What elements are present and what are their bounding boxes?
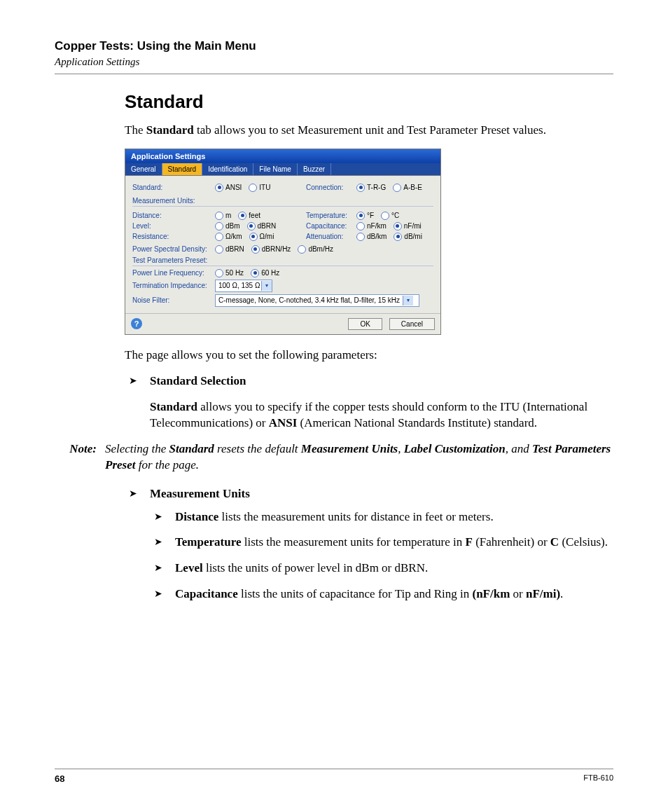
chapter-subtitle: Application Settings (55, 56, 613, 68)
radio-abe[interactable]: A-B-E (393, 184, 422, 192)
radio-label: Ω/km (225, 233, 242, 240)
label-noise-filter: Noise Filter: (132, 296, 215, 304)
radio-label: T-R-G (367, 184, 386, 191)
label-resistance: Resistance: (132, 233, 215, 240)
label-power-line-freq: Power Line Frequency: (132, 269, 215, 277)
list-item-measurement-units: Measurement Units Distance lists the mea… (125, 486, 613, 603)
radio-nfkm[interactable]: nF/km (356, 222, 387, 230)
legend-test-params-preset: Test Parameters Preset: (132, 256, 433, 264)
radio-label: °C (391, 212, 399, 219)
section-title: Standard (125, 91, 613, 113)
note-label: Note: (55, 441, 97, 474)
radio-psd-dbrn[interactable]: dBRN (215, 245, 244, 254)
tab-identification[interactable]: Identification (202, 163, 253, 175)
radio-50hz[interactable]: 50 Hz (215, 269, 244, 277)
footer-rule (55, 769, 613, 769)
label-standard: Standard: (132, 184, 215, 191)
ok-button[interactable]: OK (348, 318, 382, 330)
radio-60hz[interactable]: 60 Hz (251, 269, 279, 277)
label-attenuation: Attenuation: (306, 233, 356, 240)
radio-feet[interactable]: feet (238, 212, 260, 220)
header-rule (55, 74, 613, 74)
radio-label: nF/km (367, 222, 387, 230)
label-termination-impedance: Termination Impedance: (132, 282, 215, 289)
radio-label: nF/mi (404, 222, 422, 230)
radio-label: 60 Hz (261, 269, 279, 277)
radio-label: dBm/Hz (308, 245, 333, 253)
radio-label: m (225, 212, 231, 219)
radio-trg[interactable]: T-R-G (356, 184, 386, 192)
radio-dbrn[interactable]: dBRN (247, 222, 277, 230)
chapter-title: Copper Tests: Using the Main Menu (55, 39, 613, 53)
cancel-button[interactable]: Cancel (389, 318, 435, 330)
radio-ohm-km[interactable]: Ω/km (215, 233, 242, 241)
text-bold: Standard (150, 400, 197, 413)
radio-psd-dbrnhz[interactable]: dBRN/Hz (251, 245, 291, 254)
label-level: Level: (132, 222, 215, 230)
radio-ohm-mi[interactable]: Ω/mi (249, 233, 274, 241)
radio-label: A-B-E (403, 184, 422, 191)
radio-dbkm[interactable]: dB/km (356, 233, 387, 241)
help-icon[interactable]: ? (131, 318, 142, 329)
text: The (125, 123, 146, 137)
radio-dbmi[interactable]: dB/mi (394, 233, 422, 241)
chevron-down-icon: ▾ (403, 296, 413, 305)
radio-nfmi[interactable]: nF/mi (394, 222, 422, 230)
text-bold: Standard (146, 123, 194, 137)
note-block: Note: Selecting the Standard resets the … (55, 441, 613, 474)
list-item-standard-selection: Standard Selection Standard allows you t… (125, 373, 613, 432)
select-value: C-message, None, C-notched, 3.4 kHz flat… (216, 296, 403, 304)
radio-label: ITU (259, 184, 270, 191)
sub-item-capacitance: Capacitance lists the units of capacitan… (150, 586, 613, 603)
radio-psd-dbmhz[interactable]: dBm/Hz (298, 245, 333, 254)
legend-measurement-units: Measurement Units: (132, 197, 433, 205)
window-titlebar: Application Settings (125, 149, 440, 163)
radio-label: °F (367, 212, 374, 219)
radio-label: ANSI (225, 184, 242, 191)
tab-bar: General Standard Identification File Nam… (125, 163, 440, 176)
label-psd: Power Spectral Density: (132, 245, 215, 253)
radio-dbm[interactable]: dBm (215, 222, 240, 230)
radio-label: dBRN/Hz (262, 245, 291, 253)
chevron-down-icon: ▾ (261, 281, 272, 291)
label-distance: Distance: (132, 212, 215, 219)
intro-paragraph: The Standard tab allows you to set Measu… (125, 123, 613, 139)
tab-general[interactable]: General (125, 163, 162, 175)
label-temperature: Temperature: (306, 212, 356, 219)
radio-label: dB/mi (404, 233, 422, 240)
radio-label: dBm (225, 222, 240, 230)
select-noise-filter[interactable]: C-message, None, C-notched, 3.4 kHz flat… (215, 294, 419, 307)
note-body: Selecting the Standard resets the defaul… (105, 441, 613, 474)
text: tab allows you to set Measurement unit a… (194, 123, 546, 137)
text: (American National Standards Institute) … (297, 416, 537, 429)
radio-label: dBRN (258, 222, 277, 230)
page-footer: 68 FTB-610 (55, 769, 613, 784)
text-bold: ANSI (269, 416, 298, 429)
label-capacitance: Capacitance: (306, 222, 356, 230)
tab-standard[interactable]: Standard (162, 163, 203, 175)
radio-label: Ω/mi (260, 233, 274, 240)
screenshot-application-settings: Application Settings General Standard Id… (125, 149, 441, 335)
list-item-title: Measurement Units (150, 487, 250, 500)
radio-m[interactable]: m (215, 212, 231, 220)
label-connection: Connection: (306, 184, 356, 191)
radio-label: dB/km (367, 233, 387, 240)
radio-label: 50 Hz (225, 269, 244, 277)
select-value: 100 Ω, 135 Ω (216, 282, 261, 289)
radio-c[interactable]: °C (381, 212, 399, 220)
radio-f[interactable]: °F (356, 212, 374, 220)
tab-buzzer[interactable]: Buzzer (298, 163, 331, 175)
select-termination-impedance[interactable]: 100 Ω, 135 Ω ▾ (215, 280, 272, 292)
radio-label: feet (249, 212, 260, 219)
page-number: 68 (55, 773, 64, 784)
radio-label: dBRN (225, 245, 244, 253)
list-item-title: Standard Selection (150, 374, 246, 387)
body-text: The page allows you to set the following… (125, 347, 613, 364)
radio-ansi[interactable]: ANSI (215, 184, 242, 192)
sub-item-distance: Distance lists the measurement units for… (150, 509, 613, 525)
tab-file-name[interactable]: File Name (253, 163, 298, 175)
sub-item-level: Level lists the units of power level in … (150, 560, 613, 577)
radio-itu[interactable]: ITU (249, 184, 270, 192)
doc-id: FTB-610 (583, 773, 613, 784)
sub-item-temperature: Temperature lists the measurement units … (150, 535, 613, 551)
